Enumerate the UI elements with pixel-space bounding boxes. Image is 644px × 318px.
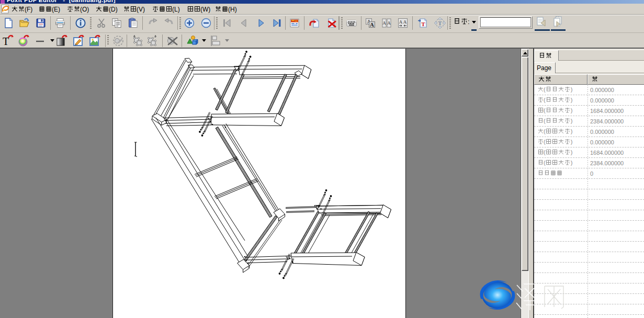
svg-text:A: A [370, 21, 374, 28]
svg-text:T: T [438, 20, 442, 26]
svg-text:A: A [403, 19, 407, 25]
svg-text:A: A [387, 20, 391, 26]
svg-text:A: A [382, 20, 386, 26]
svg-text:A: A [399, 19, 403, 25]
svg-text:T: T [421, 21, 425, 27]
